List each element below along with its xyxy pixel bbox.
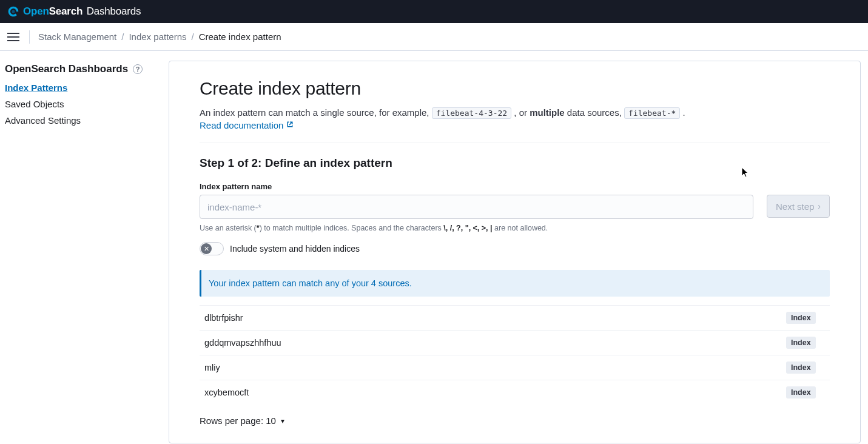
rows-per-page-selector[interactable]: Rows per page: 10 ▾	[200, 415, 830, 426]
sidebar-nav: Index Patterns Saved Objects Advanced Se…	[5, 81, 164, 127]
menu-toggle-icon[interactable]	[6, 30, 21, 44]
index-name: dlbtrfpishr	[200, 306, 781, 331]
page-description: An index pattern can match a single sour…	[200, 107, 830, 118]
sub-bar: Stack Management / Index patterns / Crea…	[0, 23, 868, 51]
breadcrumb-item[interactable]: Stack Management	[38, 32, 116, 42]
index-badge: Index	[786, 337, 816, 349]
index-badge: Index	[786, 386, 816, 399]
brand-logo[interactable]: OpenSearch Dashboards	[7, 5, 141, 18]
index-badge: Index	[786, 312, 816, 324]
sidebar-item-saved-objects[interactable]: Saved Objects	[5, 98, 164, 110]
svg-point-0	[12, 10, 15, 13]
panel: Create index pattern An index pattern ca…	[169, 61, 861, 443]
top-bar: OpenSearch Dashboards	[0, 0, 868, 23]
toggle-label: Include system and hidden indices	[230, 244, 360, 254]
breadcrumb: Stack Management / Index patterns / Crea…	[38, 32, 281, 42]
main: Create index pattern An index pattern ca…	[169, 51, 868, 444]
table-row: xcybemocftIndex	[200, 380, 830, 405]
field-label: Index pattern name	[200, 182, 830, 191]
external-link-icon	[286, 121, 294, 130]
divider	[29, 30, 30, 44]
step-title: Step 1 of 2: Define an index pattern	[200, 156, 830, 170]
table-row: dlbtrfpishrIndex	[200, 306, 830, 331]
doc-link[interactable]: Read documentation	[200, 120, 294, 130]
index-pattern-input[interactable]	[200, 195, 753, 219]
index-name: mliy	[200, 355, 781, 380]
index-type-cell: Index	[781, 331, 830, 355]
next-step-button[interactable]: Next step ›	[767, 195, 830, 218]
index-badge: Index	[786, 362, 816, 374]
breadcrumb-current: Create index pattern	[199, 32, 281, 42]
indices-table: dlbtrfpishrIndexgddqmvapszhhfhuuIndexmli…	[200, 305, 830, 405]
index-name: gddqmvapszhhfhuu	[200, 331, 781, 355]
divider	[200, 143, 830, 143]
include-system-toggle[interactable]: ✕	[200, 242, 224, 255]
sidebar: OpenSearch Dashboards ? Index Patterns S…	[0, 51, 169, 444]
breadcrumb-item[interactable]: Index patterns	[129, 32, 186, 42]
sidebar-item-advanced-settings[interactable]: Advanced Settings	[5, 114, 164, 127]
index-type-cell: Index	[781, 380, 830, 405]
table-row: gddqmvapszhhfhuuIndex	[200, 331, 830, 355]
index-type-cell: Index	[781, 355, 830, 380]
sidebar-title: OpenSearch Dashboards ?	[5, 63, 164, 81]
close-icon: ✕	[201, 243, 212, 254]
input-hint: Use an asterisk (*) to match multiple in…	[200, 224, 753, 232]
info-callout: Your index pattern can match any of your…	[200, 270, 830, 297]
opensearch-icon	[7, 5, 19, 18]
page-title: Create index pattern	[200, 78, 830, 99]
table-row: mliyIndex	[200, 355, 830, 380]
breadcrumb-sep: /	[121, 32, 124, 42]
brand-text: OpenSearch Dashboards	[23, 5, 141, 18]
sidebar-item-index-patterns[interactable]: Index Patterns	[5, 81, 164, 94]
breadcrumb-sep: /	[191, 32, 193, 42]
index-name: xcybemocft	[200, 380, 781, 405]
chevron-down-icon: ▾	[281, 417, 284, 425]
chevron-right-icon: ›	[818, 201, 821, 211]
help-icon[interactable]: ?	[133, 64, 143, 74]
index-type-cell: Index	[781, 306, 830, 331]
